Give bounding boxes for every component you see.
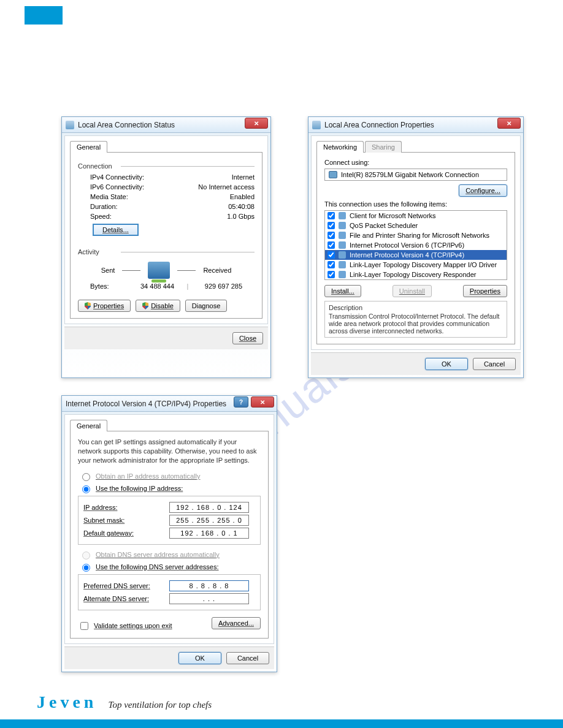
computer-icon [148,262,170,279]
description-box: Description Transmission Control Protoco… [324,301,507,338]
item-properties-button[interactable]: Properties [463,285,507,297]
items-list[interactable]: Client for Microsoft Networks QoS Packet… [324,210,507,280]
received-label: Received [203,267,231,274]
ipv4-help-text: You can get IP settings assigned automat… [78,438,261,465]
item-checkbox[interactable] [327,261,335,268]
duration-value: 05:40:08 [228,203,255,210]
advanced-button[interactable]: Advanced... [212,617,261,629]
nic-icon [329,171,337,178]
radio-input[interactable] [82,564,90,572]
list-item: Internet Protocol Version 6 (TCP/IPv6) [325,240,507,250]
adapter-name: Intel(R) 82579LM Gigabit Network Connect… [341,171,479,178]
install-button[interactable]: Install... [324,285,361,297]
close-icon[interactable]: ✕ [245,118,268,129]
status-title: Local Area Connection Status [78,121,175,129]
tab-general[interactable]: General [70,141,107,153]
component-icon [339,232,346,239]
default-gateway-label: Default gateway: [83,529,169,537]
ok-button[interactable]: OK [178,652,221,664]
divider [177,270,196,271]
duration-label: Duration: [90,203,118,210]
component-icon [339,222,346,229]
tab-sharing[interactable]: Sharing [365,141,402,153]
item-checkbox[interactable] [327,222,335,229]
list-item: QoS Packet Scheduler [325,221,507,230]
validate-checkbox[interactable] [80,622,88,630]
alternate-dns-input[interactable]: . . . [169,593,249,604]
close-button[interactable]: Close [232,332,263,344]
brand-name: Jeven [37,692,97,712]
subnet-mask-label: Subnet mask: [83,517,169,524]
item-checkbox[interactable] [327,232,335,239]
radio-obtain-ip[interactable]: Obtain an IP address automatically [79,471,259,481]
radio-use-ip[interactable]: Use the following IP address: [79,483,259,493]
status-dialog: Local Area Connection Status ✕ General C… [61,116,271,378]
speed-label: Speed: [90,213,112,220]
status-titlebar[interactable]: Local Area Connection Status ✕ [62,117,270,133]
list-item: Link-Layer Topology Discovery Responder [325,270,507,279]
radio-use-dns[interactable]: Use the following DNS server addresses: [79,562,259,572]
disable-button[interactable]: Disable [136,300,180,312]
diagnose-button[interactable]: Diagnose [185,300,227,312]
cancel-button[interactable]: Cancel [226,652,269,664]
connect-using-label: Connect using: [324,159,507,166]
radio-input[interactable] [82,485,90,493]
description-text: Transmission Control Protocol/Internet P… [329,313,503,335]
window-icon [312,121,321,129]
subnet-mask-input[interactable]: 255 . 255 . 255 . 0 [169,515,249,526]
shield-icon [85,302,91,309]
item-checkbox[interactable] [327,271,335,278]
ip-address-label: IP address: [83,504,169,511]
properties-button[interactable]: Properties [78,300,131,312]
group-connection: Connection [78,162,255,170]
item-checkbox[interactable] [327,241,335,249]
divider: | [182,282,194,290]
component-icon [339,251,346,259]
alternate-dns-label: Alternate DNS server: [83,595,169,602]
item-checkbox[interactable] [327,251,335,259]
window-icon [66,121,74,129]
bottom-bar [0,719,563,728]
ipv4-title: Internet Protocol Version 4 (TCP/IPv4) P… [66,400,226,408]
radio-input [82,552,90,559]
configure-button[interactable]: Configure... [459,184,507,197]
list-item: Client for Microsoft Networks [325,211,507,221]
brand-footer: Jeven Top ventilation for top chefs [37,692,212,712]
cancel-button[interactable]: Cancel [473,358,516,370]
component-icon [339,212,346,219]
group-activity: Activity [78,248,255,256]
ipv4-dialog: Internet Protocol Version 4 (TCP/IPv4) P… [61,395,277,672]
details-button[interactable]: Details... [93,224,139,236]
divider [122,270,140,271]
close-icon[interactable]: ✕ [497,118,521,129]
close-icon[interactable]: ✕ [251,396,274,408]
list-item: File and Printer Sharing for Microsoft N… [325,230,507,240]
media-value: Enabled [230,193,255,200]
properties-dialog: Local Area Connection Properties ✕ Netwo… [308,116,524,378]
bytes-recv: 929 697 285 [194,282,242,290]
preferred-dns-input[interactable]: 8 . 8 . 8 . 8 [169,580,249,591]
adapter-field: Intel(R) 82579LM Gigabit Network Connect… [324,169,507,181]
ip-address-input[interactable]: 192 . 168 . 0 . 124 [169,502,249,513]
sent-label: Sent [101,267,115,274]
properties-title: Local Area Connection Properties [324,121,434,129]
validate-checkbox-row[interactable]: Validate settings upon exit [78,620,172,632]
shield-icon [142,302,148,309]
list-item: Link-Layer Topology Discovery Mapper I/O… [325,260,507,270]
default-gateway-input[interactable]: 192 . 168 . 0 . 1 [169,528,249,539]
ipv4-titlebar[interactable]: Internet Protocol Version 4 (TCP/IPv4) P… [62,396,277,412]
radio-input[interactable] [82,473,90,481]
help-icon[interactable]: ? [234,396,248,408]
tab-general[interactable]: General [70,420,107,431]
ok-button[interactable]: OK [425,358,468,370]
tab-networking[interactable]: Networking [316,141,364,153]
radio-obtain-dns: Obtain DNS server address automatically [79,550,259,559]
properties-titlebar[interactable]: Local Area Connection Properties ✕ [308,117,523,133]
ipv6-label: IPv6 Connectivity: [90,183,144,191]
bytes-label: Bytes: [90,282,133,290]
media-label: Media State: [90,193,128,200]
item-checkbox[interactable] [327,212,335,219]
dns-group: Preferred DNS server:8 . 8 . 8 . 8 Alter… [78,574,261,610]
preferred-dns-label: Preferred DNS server: [83,582,169,590]
list-item-selected: Internet Protocol Version 4 (TCP/IPv4) [325,250,507,260]
